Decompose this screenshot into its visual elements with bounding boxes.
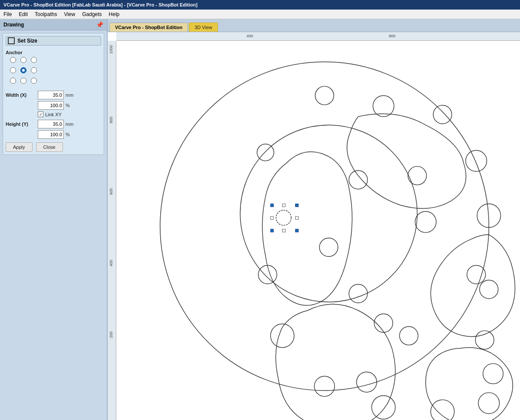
canvas-area: // Will be drawn via JS below: [108, 32, 520, 420]
height-y-pct-unit: %: [66, 132, 74, 137]
tab-3dview[interactable]: 3D View: [189, 23, 218, 32]
svg-rect-35: [270, 217, 273, 220]
link-xy-row: Link XY: [38, 112, 101, 117]
tab-bar: VCarve Pro - ShopBot Edition 3D View: [108, 19, 520, 32]
set-size-panel: Set Size Anchor: [3, 33, 104, 155]
anchor-ml[interactable]: [10, 67, 16, 73]
panel-title: Drawing: [3, 22, 24, 28]
height-y-row: Height (Y) mm: [6, 120, 101, 128]
close-button[interactable]: Close: [36, 142, 63, 152]
set-size-icon: [8, 37, 15, 44]
svg-rect-32: [270, 229, 273, 232]
anchor-tl[interactable]: [10, 57, 16, 63]
link-xy-checkbox[interactable]: [38, 112, 43, 117]
menu-view[interactable]: View: [60, 10, 79, 18]
svg-rect-30: [270, 204, 273, 207]
width-x-row: Width (X) mm: [6, 91, 101, 99]
drawing-svg: [116, 41, 520, 420]
button-row: Apply Close: [6, 142, 101, 152]
width-x-pct-unit: %: [66, 103, 74, 108]
width-x-input[interactable]: [38, 91, 64, 99]
svg-rect-36: [296, 217, 299, 220]
pin-icon[interactable]: 📌: [96, 21, 103, 28]
width-x-pct-row: %: [6, 101, 101, 110]
anchor-section: Anchor: [6, 50, 101, 86]
menu-file[interactable]: File: [0, 10, 15, 18]
link-xy-label: Link XY: [45, 112, 62, 117]
main-layout: Drawing 📌 Set Size Anchor: [0, 19, 520, 420]
height-y-pct-input[interactable]: [38, 130, 64, 139]
height-y-unit: mm: [66, 121, 74, 127]
width-x-pct-input[interactable]: [38, 101, 64, 110]
anchor-label: Anchor: [6, 50, 101, 55]
width-x-unit: mm: [66, 92, 74, 98]
svg-rect-0: [116, 32, 520, 41]
menu-gadgets[interactable]: Gadgets: [79, 10, 105, 18]
set-size-label: Set Size: [17, 38, 37, 44]
anchor-br[interactable]: [31, 78, 37, 84]
title-text: VCarve Pro - ShopBot Edition [FabLab Sau…: [3, 2, 197, 7]
svg-rect-37: [282, 229, 285, 232]
right-area: VCarve Pro - ShopBot Edition 3D View // …: [108, 19, 520, 420]
anchor-mr[interactable]: [31, 67, 37, 73]
svg-rect-1: [108, 41, 116, 420]
menu-help[interactable]: Help: [105, 10, 123, 18]
height-y-pct-row: %: [6, 130, 101, 139]
svg-rect-2: [122, 41, 514, 420]
width-x-label: Width (X): [6, 92, 36, 98]
title-bar: VCarve Pro - ShopBot Edition [FabLab Sau…: [0, 0, 520, 10]
panel-header: Drawing 📌: [0, 19, 107, 30]
anchor-bl[interactable]: [10, 78, 16, 84]
menu-bar: File Edit Toolpaths View Gadgets Help: [0, 10, 520, 19]
anchor-grid: [10, 57, 101, 86]
menu-toolpaths[interactable]: Toolpaths: [31, 10, 60, 18]
left-panel: Drawing 📌 Set Size Anchor: [0, 19, 108, 420]
canvas-content: [116, 41, 520, 420]
ruler-top: // Will be drawn via JS below: [116, 32, 520, 41]
tab-vcarve[interactable]: VCarve Pro - ShopBot Edition: [109, 23, 188, 32]
height-y-input[interactable]: [38, 120, 64, 128]
menu-edit[interactable]: Edit: [15, 10, 31, 18]
anchor-bc[interactable]: [20, 78, 26, 84]
set-size-title: Set Size: [6, 36, 101, 46]
apply-button[interactable]: Apply: [6, 142, 33, 152]
ruler-left: [108, 41, 116, 420]
height-y-label: Height (Y): [6, 121, 36, 127]
svg-rect-33: [296, 229, 299, 232]
anchor-tc[interactable]: [20, 57, 26, 63]
svg-rect-31: [296, 204, 299, 207]
anchor-tr[interactable]: [31, 57, 37, 63]
svg-rect-34: [282, 204, 285, 207]
anchor-mc[interactable]: [20, 67, 26, 73]
